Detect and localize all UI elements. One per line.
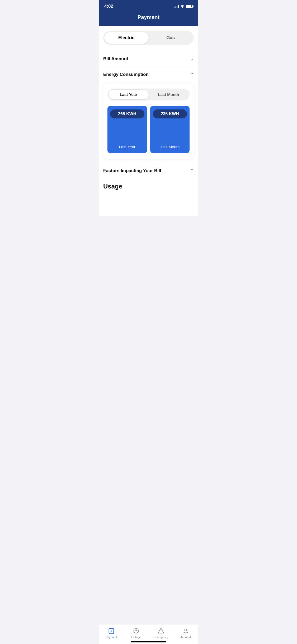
kwh-label-last-year: Last Year: [114, 142, 141, 149]
main-content: Electric Gas Bill Amount ⌄ Energy Consum…: [99, 26, 198, 216]
status-icons: [174, 4, 193, 8]
chevron-up-icon: ⌃: [190, 72, 194, 77]
energy-card: Last Year Last Month 265 KWH Last Year 2…: [103, 83, 194, 159]
last-month-tab[interactable]: Last Month: [149, 90, 189, 99]
bill-amount-section: Bill Amount ⌄: [103, 51, 194, 67]
page-title: Payment: [138, 14, 159, 20]
wifi-icon: [180, 4, 185, 8]
energy-consumption-header[interactable]: Energy Consumption ⌃: [103, 67, 194, 82]
energy-consumption-title: Energy Consumption: [103, 72, 149, 77]
factors-header[interactable]: Factors Impacting Your Bill ⌃: [103, 163, 194, 178]
period-toggle[interactable]: Last Year Last Month: [107, 89, 190, 100]
factors-title: Factors Impacting Your Bill: [103, 168, 161, 173]
status-time: 4:02: [104, 4, 113, 9]
chevron-down-icon: ⌄: [190, 56, 194, 62]
battery-icon: [186, 5, 193, 8]
factors-chevron-up-icon: ⌃: [190, 168, 194, 174]
page-header: Payment: [99, 12, 198, 26]
energy-consumption-section: Energy Consumption ⌃ Last Year Last Mont…: [103, 67, 194, 159]
kwh-label-this-month: This Month: [156, 142, 183, 149]
bill-amount-title: Bill Amount: [103, 56, 128, 62]
gas-tab[interactable]: Gas: [149, 32, 193, 44]
status-bar: 4:02: [99, 0, 198, 12]
factors-section: Factors Impacting Your Bill ⌃ Usage: [103, 163, 194, 192]
kwh-badge-this-month: 235 KWH: [153, 109, 187, 118]
kwh-cards-container: 265 KWH Last Year 235 KWH This Month: [107, 106, 190, 153]
signal-icon: [174, 5, 179, 8]
kwh-badge-last-year: 265 KWH: [110, 109, 144, 118]
service-toggle[interactable]: Electric Gas: [103, 31, 194, 45]
usage-heading: Usage: [103, 178, 194, 192]
last-year-tab[interactable]: Last Year: [109, 90, 149, 99]
kwh-card-this-month: 235 KWH This Month: [150, 106, 190, 153]
electric-tab[interactable]: Electric: [104, 32, 149, 44]
kwh-card-last-year: 265 KWH Last Year: [107, 106, 147, 153]
bill-amount-header[interactable]: Bill Amount ⌄: [103, 51, 194, 67]
